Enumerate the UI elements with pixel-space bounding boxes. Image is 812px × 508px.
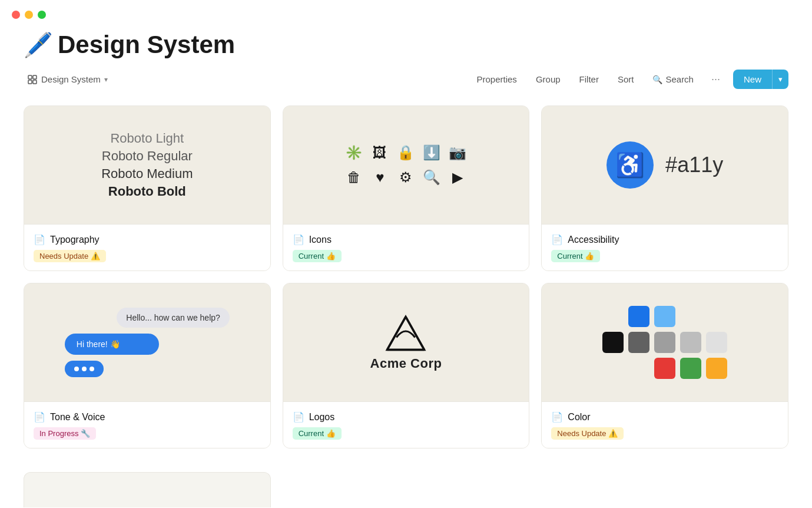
typo-regular: Roboto Regular xyxy=(102,149,193,164)
properties-label: Properties xyxy=(477,74,517,84)
card-info-accessibility: 📄 Accessibility Current 👍 xyxy=(542,224,788,271)
status-badge-tone: In Progress 🔧 xyxy=(34,427,96,440)
color-swatch-yellow xyxy=(706,358,727,379)
tone-preview: Hello... how can we help? Hi there! 👋 xyxy=(65,308,230,377)
card-icons[interactable]: ✳️ 🖼 🔒 ⬇️ 📷 🗑 ♥ ⚙ 🔍 ▶ 📄 Icons Current 👍 xyxy=(283,105,530,271)
accessibility-person-icon: ♿ xyxy=(615,151,645,179)
toolbar-left: Design System ▾ xyxy=(24,72,111,87)
image-icon: 🖼 xyxy=(373,144,387,161)
status-badge-icons: Current 👍 xyxy=(293,250,342,262)
color-swatch-gray-mid xyxy=(654,332,675,353)
search-label: Search xyxy=(665,74,694,84)
group-label: Group xyxy=(536,74,561,84)
traffic-lights xyxy=(0,0,812,25)
card-info-typography: 📄 Typography Needs Update ⚠️ xyxy=(24,224,270,271)
typing-dot-2 xyxy=(82,367,87,371)
download-icon: ⬇️ xyxy=(423,144,440,161)
card-title-row-accessibility: 📄 Accessibility xyxy=(551,234,778,245)
logos-preview: Acme Corp xyxy=(370,314,442,371)
svg-rect-0 xyxy=(28,75,32,79)
chevron-down-icon: ▾ xyxy=(104,75,108,84)
card-title-row-color: 📄 Color xyxy=(551,411,778,423)
color-swatch-red xyxy=(654,358,675,379)
filter-button[interactable]: Filter xyxy=(575,71,604,87)
card-preview-typography: Roboto Light Roboto Regular Roboto Mediu… xyxy=(24,106,270,224)
grid-icon xyxy=(27,74,38,85)
sort-button[interactable]: Sort xyxy=(613,71,639,87)
svg-rect-1 xyxy=(33,75,37,79)
card-title-accessibility: Accessibility xyxy=(568,235,619,245)
search-button[interactable]: 🔍 Search xyxy=(648,71,698,87)
new-button-dropdown[interactable]: ▾ xyxy=(772,70,788,89)
toolbar: Design System ▾ Properties Group Filter … xyxy=(0,70,812,89)
card-typography[interactable]: Roboto Light Roboto Regular Roboto Mediu… xyxy=(24,105,271,271)
card-info-color: 📄 Color Needs Update ⚠️ xyxy=(542,401,788,448)
color-swatch-green xyxy=(680,358,701,379)
toolbar-right: Properties Group Filter Sort 🔍 Search ··… xyxy=(472,70,789,89)
doc-icon-a11y: 📄 xyxy=(551,234,563,245)
partial-card-1[interactable] xyxy=(24,472,271,507)
color-swatch-gray-xlight xyxy=(706,332,727,353)
a11y-hash-text: #a11y xyxy=(665,153,723,177)
color-swatch-gray-light xyxy=(680,332,701,353)
close-button[interactable] xyxy=(12,11,20,19)
card-accessibility[interactable]: ♿ #a11y 📄 Accessibility Current 👍 xyxy=(541,105,788,271)
properties-button[interactable]: Properties xyxy=(472,71,522,87)
chat-bubble-gray: Hello... how can we help? xyxy=(117,308,230,328)
typo-bold: Roboto Bold xyxy=(108,184,186,199)
card-preview-tone: Hello... how can we help? Hi there! 👋 xyxy=(24,283,270,401)
more-options-button[interactable]: ··· xyxy=(708,71,724,88)
doc-icon-logos: 📄 xyxy=(293,411,304,423)
card-info-tone: 📄 Tone & Voice In Progress 🔧 xyxy=(24,401,270,448)
page-title: 🖊️ Design System xyxy=(24,31,788,59)
doc-icon: 📄 xyxy=(34,234,45,245)
card-title-color: Color xyxy=(568,412,590,423)
typing-dot-3 xyxy=(90,367,94,371)
doc-icon-color: 📄 xyxy=(551,411,563,423)
svg-rect-2 xyxy=(28,80,32,84)
a11y-circle: ♿ xyxy=(606,141,654,189)
icons-preview: ✳️ 🖼 🔒 ⬇️ 📷 🗑 ♥ ⚙ 🔍 ▶ xyxy=(345,144,466,186)
a11y-preview: ♿ #a11y xyxy=(606,141,723,189)
acme-logo: Acme Corp xyxy=(370,314,442,371)
database-name-selector[interactable]: Design System ▾ xyxy=(24,72,111,87)
card-grid: Roboto Light Roboto Regular Roboto Mediu… xyxy=(0,105,812,472)
card-color[interactable]: 📄 Color Needs Update ⚠️ xyxy=(541,283,788,448)
card-title-text: Typography xyxy=(50,235,100,245)
card-title-icons: Icons xyxy=(309,235,332,245)
group-button[interactable]: Group xyxy=(531,71,565,87)
card-title-row: 📄 Typography xyxy=(34,234,261,245)
chat-typing-indicator xyxy=(65,361,104,377)
gear-icon: ⚙ xyxy=(399,169,412,186)
card-info-logos: 📄 Logos Current 👍 xyxy=(283,401,529,448)
card-title-tone: Tone & Voice xyxy=(50,412,105,423)
play-icon: ▶ xyxy=(452,169,463,186)
trash-icon: 🗑 xyxy=(347,169,361,186)
card-title-row-tone: 📄 Tone & Voice xyxy=(34,411,261,423)
filter-label: Filter xyxy=(579,74,599,84)
status-badge-color: Needs Update ⚠️ xyxy=(551,427,624,440)
page-header: 🖊️ Design System xyxy=(0,25,812,59)
maximize-button[interactable] xyxy=(38,11,46,19)
title-emoji: 🖊️ xyxy=(24,31,53,59)
typo-light: Roboto Light xyxy=(110,131,184,146)
new-label: New xyxy=(744,74,761,84)
new-button[interactable]: New xyxy=(733,70,772,89)
card-preview-icons: ✳️ 🖼 🔒 ⬇️ 📷 🗑 ♥ ⚙ 🔍 ▶ xyxy=(283,106,529,224)
card-tone-voice[interactable]: Hello... how can we help? Hi there! 👋 📄 … xyxy=(24,283,271,448)
status-badge-typography: Needs Update ⚠️ xyxy=(34,250,106,262)
card-logos[interactable]: Acme Corp 📄 Logos Current 👍 xyxy=(283,283,530,448)
search-icon: 🔍 xyxy=(423,169,440,186)
color-swatch-blue-light xyxy=(654,306,675,327)
card-preview-color xyxy=(542,283,788,401)
new-button-group: New ▾ xyxy=(733,70,788,89)
title-text: Design System xyxy=(58,31,235,59)
chat-bubble-blue: Hi there! 👋 xyxy=(65,334,159,355)
doc-icon-icons: 📄 xyxy=(293,234,304,245)
card-title-logos: Logos xyxy=(309,412,335,423)
sort-label: Sort xyxy=(618,74,634,84)
card-preview-accessibility: ♿ #a11y xyxy=(542,106,788,224)
minimize-button[interactable] xyxy=(25,11,33,19)
status-badge-logos: Current 👍 xyxy=(293,427,342,440)
typing-dot-1 xyxy=(74,367,79,371)
